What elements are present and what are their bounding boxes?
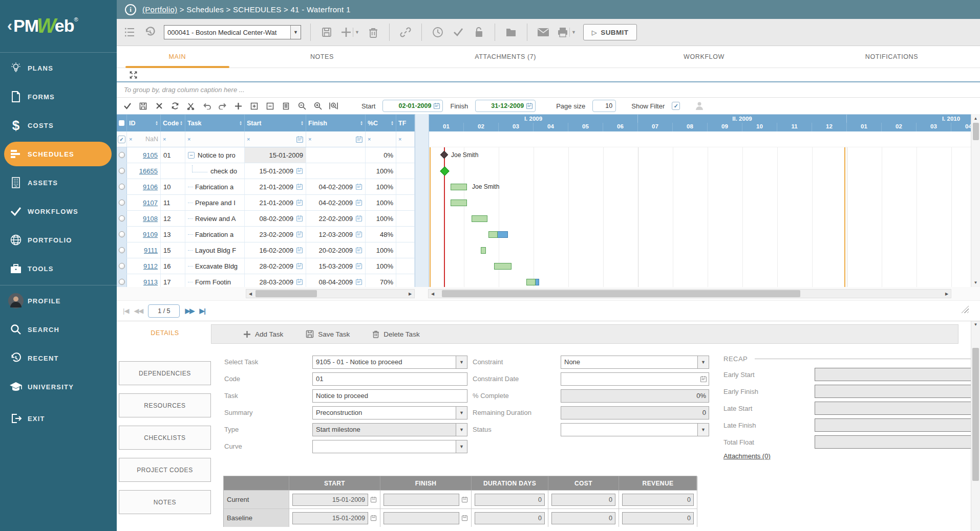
clear-filter-icon[interactable]: ×	[398, 136, 401, 142]
scroll-up-icon[interactable]: ▼	[971, 322, 980, 327]
row-radio-button[interactable]	[119, 152, 125, 158]
milestone-diamond-dark[interactable]	[440, 151, 449, 159]
scrollbar-thumb[interactable]	[972, 348, 979, 481]
list-view-icon[interactable]	[123, 25, 136, 40]
first-page-button[interactable]: |◀	[123, 307, 129, 315]
filter-tf[interactable]: ×	[396, 131, 415, 147]
task-start-cell[interactable]: 28-02-2009	[245, 258, 306, 274]
column-header-start[interactable]: Start▲▼	[245, 115, 306, 131]
sidebar-item-university[interactable]: UNIVERSITY	[4, 374, 112, 399]
approve-check-icon[interactable]	[452, 25, 465, 40]
task-field[interactable]: Notice to proceed	[312, 389, 467, 403]
clear-filter-icon[interactable]: ×	[129, 136, 132, 142]
clear-filter-icon[interactable]: ×	[368, 136, 371, 142]
sidebar-item-plans[interactable]: PLANS	[4, 56, 112, 80]
clear-filter-icon[interactable]: ×	[308, 136, 311, 142]
page-size-input[interactable]: 10	[592, 100, 616, 112]
calendar-icon[interactable]	[355, 262, 363, 270]
calendar-icon[interactable]	[526, 102, 533, 109]
sort-icon[interactable]: ▲▼	[301, 121, 304, 126]
gantt-task-bar[interactable]	[472, 215, 487, 222]
resource-person-icon[interactable]	[694, 101, 705, 111]
calendar-icon[interactable]	[355, 199, 363, 206]
column-header-pc[interactable]: %C▲▼	[366, 115, 396, 131]
task-finish-cell[interactable]: 15-03-2009	[306, 258, 366, 274]
scrollbar-thumb[interactable]	[255, 290, 317, 297]
details-tab-resources[interactable]: RESOURCES	[119, 393, 211, 417]
gantt-task-bar[interactable]	[526, 279, 539, 285]
lock-icon[interactable]	[472, 25, 485, 40]
task-id-link[interactable]: 16655	[139, 167, 158, 175]
task-finish-cell[interactable]: 04-02-2009	[306, 179, 366, 194]
filter-finish[interactable]: ×	[306, 131, 366, 147]
gantt-task-bar[interactable]	[488, 231, 508, 238]
collapse-tree-icon[interactable]: −	[188, 152, 195, 159]
cancel-icon[interactable]	[155, 102, 163, 109]
row-radio-button[interactable]	[119, 231, 125, 237]
row-radio-button[interactable]	[119, 279, 125, 285]
task-id-link[interactable]: 9113	[143, 278, 158, 286]
project-select[interactable]: 000041 - Boston Medical Center-Wat ▼	[164, 25, 301, 39]
calendar-icon[interactable]	[355, 183, 363, 190]
scroll-right-icon[interactable]: ▶	[406, 292, 414, 296]
column-header-tf[interactable]: TF	[396, 115, 415, 131]
task-start-cell[interactable]: 28-03-2009	[245, 274, 306, 287]
confirm-icon[interactable]	[123, 102, 132, 109]
gantt-vertical-scrollbar[interactable]: ▲ ▼	[971, 114, 980, 287]
sidebar-item-tools[interactable]: TOOLS	[4, 256, 112, 281]
filter-checkbox[interactable]: ✓	[117, 131, 127, 147]
constraint-date-field[interactable]	[561, 372, 709, 386]
chevron-down-icon[interactable]: ▼	[456, 440, 467, 453]
milestone-diamond-green[interactable]	[440, 166, 449, 175]
task-id-link[interactable]: 9111	[144, 247, 158, 254]
row-radio-button[interactable]	[119, 184, 125, 190]
scrollbar-thumb[interactable]	[973, 123, 979, 140]
previous-page-button[interactable]: ◀◀	[134, 307, 143, 315]
details-tab-notes[interactable]: NOTES	[119, 490, 211, 514]
chevron-down-icon[interactable]: ▼	[697, 356, 709, 368]
gantt-task-bar[interactable]	[494, 263, 512, 270]
task-finish-cell[interactable]	[306, 147, 366, 163]
next-page-button[interactable]: ▶▶	[185, 307, 194, 315]
gantt-task-bar[interactable]	[481, 247, 486, 254]
chevron-down-icon[interactable]: ▼	[290, 26, 301, 39]
delete-task-button[interactable]: Delete Task	[372, 330, 419, 338]
group-by-dropzone[interactable]: To group by, drag column caption here ..…	[117, 82, 980, 98]
page-indicator[interactable]: 1 / 5	[148, 304, 180, 318]
task-finish-cell[interactable]: 22-02-2009	[306, 211, 366, 226]
filter-start[interactable]: ×	[245, 131, 306, 147]
refresh-icon[interactable]	[171, 102, 179, 110]
scroll-left-icon[interactable]: ◀	[429, 292, 437, 296]
constraint-field[interactable]: None▼	[561, 356, 709, 369]
scroll-down-icon[interactable]: ▼	[974, 278, 978, 287]
undo-icon[interactable]	[202, 103, 211, 109]
task-finish-cell[interactable]: 20-02-2009	[306, 242, 366, 258]
calendar-icon[interactable]	[433, 102, 440, 109]
attachments-link[interactable]: Attachments (0)	[723, 452, 771, 460]
sidebar-item-search[interactable]: SEARCH	[4, 317, 112, 342]
clear-filter-icon[interactable]: ×	[163, 136, 166, 142]
gantt-horizontal-scrollbar[interactable]: ◀ ▶	[428, 289, 951, 298]
task-id-link[interactable]: 9107	[143, 199, 158, 207]
collapse-all-icon[interactable]	[266, 102, 274, 110]
sidebar-item-forms[interactable]: FORMS	[4, 84, 112, 109]
gantt-task-bar[interactable]	[451, 184, 467, 190]
summary-field[interactable]: Preconstruction▼	[312, 406, 467, 419]
filter-id[interactable]: ×NaN	[127, 131, 161, 147]
add-icon[interactable]: ▼	[340, 25, 359, 40]
calendar-icon[interactable]	[296, 215, 303, 222]
grid-gantt-splitter[interactable]	[415, 114, 429, 287]
print-icon[interactable]: ▼	[557, 25, 576, 40]
tab-main[interactable]: MAIN	[117, 46, 238, 68]
details-vertical-scrollbar[interactable]: ▼	[971, 321, 980, 531]
sort-icon[interactable]: ▲▼	[155, 121, 158, 126]
curve-field[interactable]: ▼	[312, 440, 467, 453]
task-id-link[interactable]: 9109	[143, 231, 158, 238]
row-radio-button[interactable]	[119, 215, 125, 222]
redo-icon[interactable]	[218, 103, 227, 109]
add-task-button[interactable]: Add Task	[243, 330, 283, 338]
details-tab-details[interactable]: DETAILS	[119, 329, 211, 337]
grid-horizontal-scrollbar[interactable]: ◀ ▶	[246, 289, 415, 298]
pmweb-logo[interactable]: ‹ PM W eb ®	[0, 0, 117, 51]
column-header-task[interactable]: Task▲▼	[185, 115, 245, 131]
